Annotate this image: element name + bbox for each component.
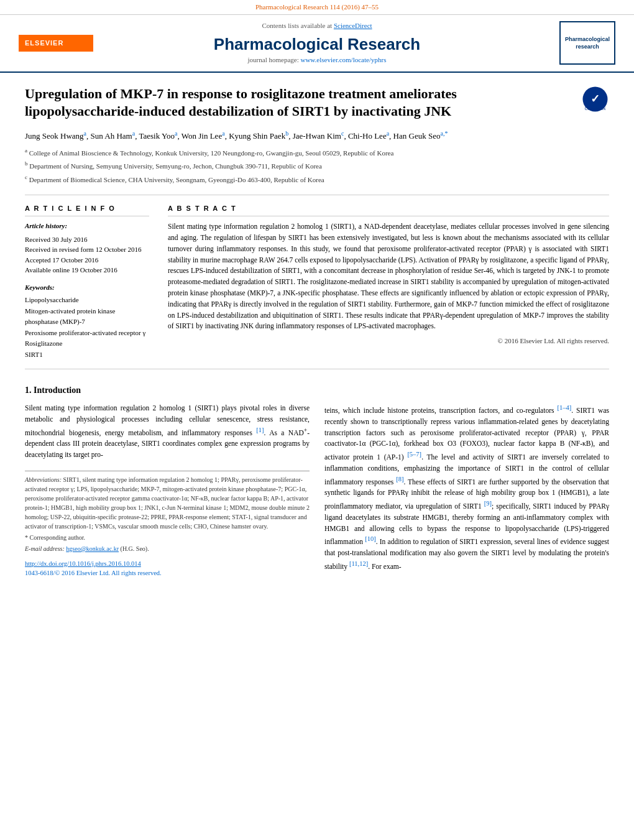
keyword-3: Peroxisome proliferator-activated recept… bbox=[25, 328, 149, 339]
crossmark-icon: ✓ CrossMark bbox=[581, 85, 609, 113]
section-number: 1. bbox=[25, 385, 32, 395]
copyright-text: © 2016 Elsevier Ltd. All rights reserved… bbox=[168, 336, 609, 346]
keyword-5: SIRT1 bbox=[25, 349, 149, 361]
available-online-date: Available online 19 October 2016 bbox=[25, 265, 149, 275]
corresponding-author: * Corresponding author. bbox=[25, 533, 310, 542]
article-title: Upregulation of MKP-7 in response to ros… bbox=[25, 85, 572, 121]
citation-9[interactable]: [9] bbox=[484, 500, 492, 507]
article-info-title: A R T I C L E I N F O bbox=[25, 204, 149, 216]
citation-5-7[interactable]: [5–7] bbox=[407, 451, 421, 458]
journal-citation-header: Pharmacological Research 114 (2016) 47–5… bbox=[0, 0, 634, 15]
svg-text:✓: ✓ bbox=[590, 93, 600, 105]
footnotes: Abbreviations: SIRT1, silent mating type… bbox=[25, 471, 310, 553]
received-date: Received 30 July 2016 bbox=[25, 234, 149, 245]
abstract-text: Silent mating type information regulatio… bbox=[168, 221, 609, 346]
intro-text-left: Silent mating type information regulatio… bbox=[25, 403, 310, 461]
elsevier-section: ELSEVIER bbox=[19, 35, 93, 52]
elsevier-logo: ELSEVIER bbox=[19, 35, 93, 52]
introduction-body: Silent mating type information regulatio… bbox=[25, 403, 609, 578]
keywords-section: Keywords: Lipopolysaccharide Mitogen-act… bbox=[25, 283, 149, 361]
citation-8[interactable]: [8] bbox=[396, 476, 403, 482]
svg-text:CrossMark: CrossMark bbox=[585, 106, 606, 111]
doi-section: http://dx.doi.org/10.1016/j.phrs.2016.10… bbox=[25, 560, 310, 578]
keyword-1: Lipopolysaccharide bbox=[25, 295, 149, 306]
authors-text: Jung Seok Hwanga, Sun Ah Hama, Taesik Yo… bbox=[25, 131, 448, 141]
doi-link[interactable]: http://dx.doi.org/10.1016/j.phrs.2016.10… bbox=[25, 560, 141, 567]
divider-1 bbox=[25, 195, 609, 195]
article-history-title: Article history: bbox=[25, 221, 149, 231]
abbreviations-label: Abbreviations: SIRT1, silent mating type… bbox=[25, 475, 310, 531]
issn-text: 1043-6618/© 2016 Elsevier Ltd. All right… bbox=[25, 569, 310, 578]
intro-col-right: teins, which include histone proteins, t… bbox=[324, 403, 609, 578]
journal-citation-text: Pharmacological Research 114 (2016) 47–5… bbox=[255, 3, 379, 11]
divider-2 bbox=[25, 369, 609, 369]
citation-10[interactable]: [10] bbox=[365, 535, 376, 542]
keywords-title: Keywords: bbox=[25, 283, 149, 292]
intro-col-left: Silent mating type information regulatio… bbox=[25, 403, 310, 578]
journal-header: ELSEVIER Contents lists available at Sci… bbox=[0, 15, 634, 72]
citation-11-12[interactable]: [11,12] bbox=[349, 560, 368, 567]
article-title-section: Upregulation of MKP-7 in response to ros… bbox=[25, 85, 609, 121]
contents-available-text: Contents lists available at ScienceDirec… bbox=[93, 21, 541, 30]
authors: Jung Seok Hwanga, Sun Ah Hama, Taesik Yo… bbox=[25, 129, 609, 142]
homepage-url[interactable]: www.elsevier.com/locate/yphrs bbox=[300, 56, 386, 63]
citation-1[interactable]: [1] bbox=[256, 427, 264, 433]
main-content: Upregulation of MKP-7 in response to ros… bbox=[0, 73, 634, 591]
sciencedirect-link[interactable]: ScienceDirect bbox=[334, 22, 372, 29]
affiliation-c: c Department of Biomedical Science, CHA … bbox=[25, 173, 609, 185]
citation-1-4[interactable]: [1–4] bbox=[557, 404, 571, 411]
intro-text-right: teins, which include histone proteins, t… bbox=[324, 403, 609, 572]
email-link[interactable]: hgseo@konkuk.ac.kr bbox=[66, 545, 119, 552]
affiliation-b: b Department of Nursing, Semyung Univers… bbox=[25, 160, 609, 171]
journal-title-section: Contents lists available at ScienceDirec… bbox=[93, 21, 541, 65]
journal-title: Pharmacological Research bbox=[93, 33, 541, 55]
received-revised-date: Received in revised form 12 October 2016 bbox=[25, 244, 149, 255]
abstract-title: A B S T R A C T bbox=[168, 204, 609, 216]
journal-homepage: journal homepage: www.elsevier.com/locat… bbox=[93, 55, 541, 65]
section-title-text: Introduction bbox=[34, 385, 81, 395]
introduction-title: 1. Introduction bbox=[25, 384, 609, 397]
affiliation-a: a College of Animal Bioscience & Technol… bbox=[25, 147, 609, 158]
keyword-4: Rosiglitazone bbox=[25, 338, 149, 349]
introduction-section: 1. Introduction Silent mating type infor… bbox=[25, 384, 609, 578]
email-address: E-mail address: hgseo@konkuk.ac.kr (H.G.… bbox=[25, 544, 310, 553]
abstract-paragraph: Silent mating type information regulatio… bbox=[168, 221, 609, 332]
pharm-logo-section: Pharmacological research bbox=[541, 21, 615, 65]
info-abstract-section: A R T I C L E I N F O Article history: R… bbox=[25, 204, 609, 361]
abstract-col: A B S T R A C T Silent mating type infor… bbox=[168, 204, 609, 361]
keywords-list: Lipopolysaccharide Mitogen-activated pro… bbox=[25, 295, 149, 361]
affiliations: a College of Animal Bioscience & Technol… bbox=[25, 147, 609, 184]
keyword-2: Mitogen-activated protein kinase phospha… bbox=[25, 306, 149, 328]
article-info-col: A R T I C L E I N F O Article history: R… bbox=[25, 204, 149, 361]
pharm-logo: Pharmacological research bbox=[559, 21, 615, 65]
article-history: Article history: Received 30 July 2016 R… bbox=[25, 221, 149, 275]
accepted-date: Accepted 17 October 2016 bbox=[25, 255, 149, 265]
